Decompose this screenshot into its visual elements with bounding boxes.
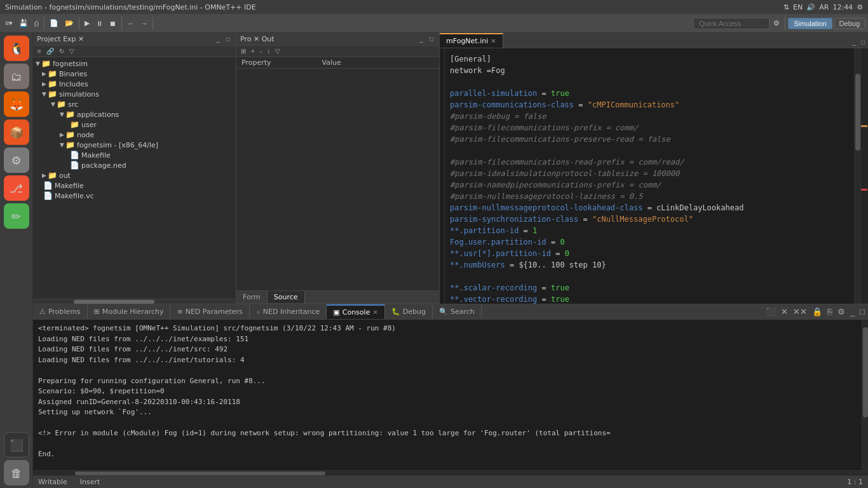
console-tab-ned-inheritance[interactable]: ⬦ NED Inheritance [250,305,327,318]
editor-scrollbar[interactable] [854,48,860,304]
tree-item-src[interactable]: ▼ 📁 src [33,99,236,109]
prop-btn2[interactable]: + [249,47,257,55]
editor-tab-close[interactable]: ✕ [491,37,496,44]
console-btn-clear2[interactable]: ✕✕ [791,306,809,317]
source-tab[interactable]: Source [268,291,305,303]
tree-item-makefile[interactable]: 📄 Makefile [33,150,236,160]
console-tab-console[interactable]: ▣ Console ✕ [327,304,384,319]
prop-btn1[interactable]: ⊞ [239,47,248,55]
tree-item-includes[interactable]: ▶ 📁 Includes [33,79,236,89]
tree-item-makefile-root[interactable]: 📄 Makefile [33,180,236,191]
console-minimize[interactable]: _ [848,306,857,317]
toolbar-btn-back[interactable]: ← [125,18,137,29]
console-tabs: ⚠ Problems ⊞ Module Hierarchy ≡ NED Para… [33,304,868,320]
right-minimap [860,48,868,304]
console-btn-scroll-lock[interactable]: 🔒 [810,306,824,317]
toolbar-btn-2[interactable]: 💾 [17,18,31,29]
tree-item-simulations[interactable]: ▼ 📁 simulations [33,89,236,99]
toolbar-btn-open[interactable]: 📂 [62,18,76,29]
prop-btn4[interactable]: ↕ [265,47,272,55]
pe-maximize[interactable]: □ [224,35,232,43]
prop-btn3[interactable]: - [258,47,264,55]
console-icon: ▣ [333,308,339,316]
ned-parameters-label: NED Parameters [186,308,243,316]
console-btn-copy[interactable]: ⎘ [825,306,834,317]
console-hscrollbar[interactable] [33,470,868,475]
toolbar-btn-pause[interactable]: ⏸ [93,18,105,29]
toolbar-btn-stop[interactable]: ⏹ [107,18,119,29]
tree-item-out[interactable]: ▶ 📁 out [33,170,236,180]
main-layout: 🐧 🗂 🦊 📦 ⚙ ⎇ ✏ ⬛ 🗑 Project Exp ✕ _ □ [0,33,868,488]
toolbar-btn-run[interactable]: ▶ [82,18,92,29]
dock-git[interactable]: ⎇ [4,175,29,201]
code-area[interactable]: [General] network =Fog parallel-simulati… [445,48,854,304]
editor-maximize[interactable]: □ [859,38,867,46]
dock-ubuntu[interactable]: 🐧 [4,36,29,61]
tree-item-applications[interactable]: ▼ 📁 applications [33,109,236,119]
toolbar-btn-1[interactable]: ≡▾ [3,18,15,29]
dock-settings[interactable]: ⚙ [4,147,29,173]
pe-minimize[interactable]: _ [214,35,222,43]
console-tab-module-hierarchy[interactable]: ⊞ Module Hierarchy [88,305,171,318]
properties-title: Pro ✕ Out [240,35,275,43]
console-btn-clear[interactable]: ✕ [779,306,790,317]
editor-tab-mfognet[interactable]: mFogNet.ini ✕ [440,33,503,48]
dock-trash[interactable]: 🗑 [4,460,29,485]
dock-software[interactable]: 📦 [4,119,29,145]
properties-header: Pro ✕ Out _ □ [236,33,439,46]
tree-item-makefile-vc[interactable]: 📄 Makefile.vc [33,191,236,201]
project-explorer-header: Project Exp ✕ _ □ [33,33,236,46]
prop-minimize[interactable]: _ [417,35,425,43]
pe-link[interactable]: 🔗 [44,47,56,55]
dock-files[interactable]: 🗂 [4,64,29,89]
tree-item-fognetsim[interactable]: ▼ 📁 fognetsim [33,58,236,69]
prop-btn5[interactable]: ▽ [273,47,282,55]
console-tab-search[interactable]: 🔍 Search [433,305,482,318]
console-tab-debug[interactable]: 🐛 Debug [385,305,433,318]
editor-header-btns: _ □ [849,37,868,48]
minimap-mark-1 [861,125,867,127]
ide-area: Project Exp ✕ _ □ ≡ 🔗 ↻ ▽ ▼ 📁 [33,33,868,488]
search-label: Search [451,308,475,316]
debug-label: Debug [403,308,426,316]
ned-parameters-icon: ≡ [177,308,182,316]
tree-item-node[interactable]: ▶ 📁 node [33,130,236,140]
tree-item-package-ned[interactable]: 📄 package.ned [33,160,236,170]
ned-inheritance-icon: ⬦ [256,308,261,316]
console-maximize[interactable]: □ [858,306,867,317]
console-scrollbar[interactable] [862,320,868,470]
dock-firefox[interactable]: 🦊 [4,92,29,117]
debug-button[interactable]: Debug [834,18,865,29]
dock-green[interactable]: ✏ [4,203,29,229]
toolbar: ≡▾ 💾 ⎙ 📄 📂 ▶ ⏸ ⏹ ← → ⚙ Simulation Debug [0,14,868,33]
module-hierarchy-icon: ⊞ [94,308,100,316]
dock-terminal[interactable]: ⬛ [4,432,29,458]
toolbar-btn-new[interactable]: 📄 [47,18,61,29]
pe-refresh[interactable]: ↻ [57,47,66,55]
simulation-button[interactable]: Simulation [788,18,832,29]
console-btn-settings[interactable]: ⚙ [836,306,847,317]
console-btn-stop[interactable]: ⬛ [764,306,778,317]
pe-collapse-all[interactable]: ≡ [36,47,43,55]
pe-filter[interactable]: ▽ [67,47,76,55]
console-tab-close[interactable]: ✕ [372,309,377,316]
toolbar-btn-3[interactable]: ⎙ [32,18,41,29]
tree-item-user[interactable]: 📁 user [33,119,236,130]
tree-item-fognetsim-bin[interactable]: ▼ 📁 fognetsim - [x86_64/le] [33,140,236,150]
tree-item-binaries[interactable]: ▶ 📁 Binaries [33,69,236,79]
statusbar-position: 1 : 1 [847,478,863,486]
console-header-btns: ⬛ ✕ ✕✕ 🔒 ⎘ ⚙ _ □ [763,305,868,318]
project-explorer-hscrollbar[interactable] [33,299,236,304]
search-icon: 🔍 [439,308,448,316]
toolbar-btn-settings[interactable]: ⚙ [771,18,782,29]
console-tab-problems[interactable]: ⚠ Problems [33,305,88,318]
form-tab[interactable]: Form [236,291,268,303]
ned-inheritance-label: NED Inheritance [263,308,320,316]
prop-maximize[interactable]: □ [428,35,435,43]
ide-panels: Project Exp ✕ _ □ ≡ 🔗 ↻ ▽ ▼ 📁 [33,33,868,304]
quick-access-input[interactable] [693,18,770,29]
console-hscrollbar-thumb [75,471,325,475]
editor-minimize[interactable]: _ [850,38,858,46]
console-tab-ned-parameters[interactable]: ≡ NED Parameters [170,305,249,318]
toolbar-btn-forward[interactable]: → [138,18,150,29]
